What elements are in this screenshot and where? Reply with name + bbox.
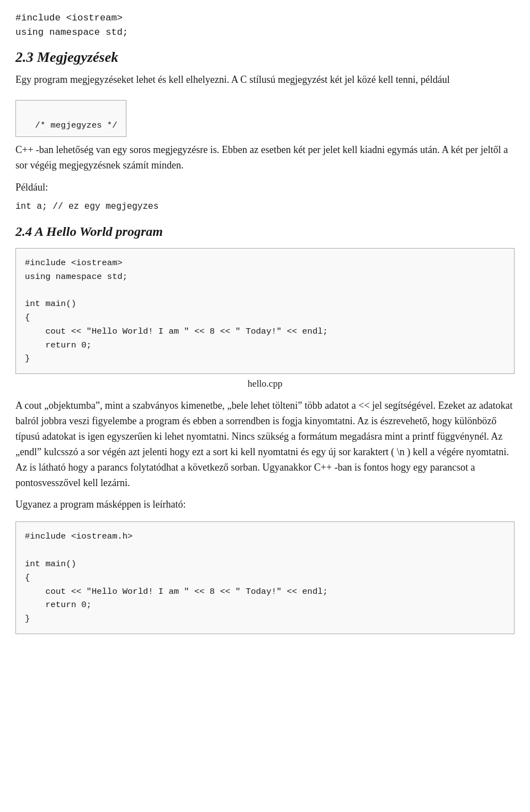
code-caption: hello.cpp bbox=[15, 378, 515, 389]
top-code-block: #include <iostream> using namespace std; bbox=[15, 11, 515, 39]
section-24-heading: 2.4 A Hello World program bbox=[15, 224, 515, 239]
example-code: int a; // ez egy megjegyzes bbox=[15, 200, 515, 214]
hello-world-code-block: #include <iostream> using namespace std;… bbox=[15, 248, 515, 374]
hello-world-code-block2: #include <iostream.h> int main() { cout … bbox=[15, 521, 515, 634]
section-23-para2: C++ -ban lehetőség van egy soros megjegy… bbox=[15, 143, 515, 173]
section-23-para1: Egy program megjegyzéseket lehet és kell… bbox=[15, 72, 515, 88]
section-24-para2: Ugyanez a program másképpen is leírható: bbox=[15, 497, 515, 513]
section-23-heading: 2.3 Megjegyzések bbox=[15, 49, 515, 66]
top-code-line2: using namespace std; bbox=[15, 27, 128, 38]
section-24-para1: A cout „objektumba”, mint a szabványos k… bbox=[15, 398, 515, 491]
top-code-line1: #include <iostream> bbox=[15, 13, 123, 23]
pelda-label: Például: bbox=[15, 180, 515, 196]
inline-comment-code: /* megjegyzes */ bbox=[15, 100, 126, 138]
